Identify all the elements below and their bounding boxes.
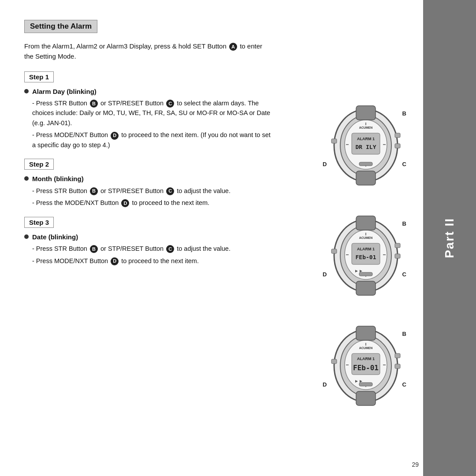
badge-d-2: D — [121, 199, 129, 207]
badge-b-1: B — [90, 100, 98, 108]
badge-c-1: C — [166, 100, 174, 108]
svg-text:FEb-01: FEb-01 — [353, 364, 379, 372]
intro-text: From the Alarm1, Alarm2 or Alarm3 Displa… — [24, 41, 271, 62]
step-1-sub-2: - Press MODE/NXT Button D to proceed to … — [32, 130, 271, 150]
page-number: 29 — [412, 461, 419, 468]
intro-line1: From the Alarm1, Alarm2 or Alarm3 Displa… — [24, 42, 227, 50]
step-1-label: Step 1 — [24, 71, 54, 82]
svg-text:ALARM 1: ALARM 1 — [357, 357, 375, 361]
badge-b-2: B — [90, 187, 98, 195]
bullet-dot — [24, 89, 29, 93]
watch2-btn-d: D — [323, 271, 327, 278]
svg-rect-16 — [359, 162, 372, 166]
svg-rect-31 — [395, 243, 400, 248]
step-2-bullet: Month (blinking) — [24, 174, 271, 184]
svg-text:DR ILY: DR ILY — [356, 144, 376, 150]
watch1-btn-d: D — [323, 161, 327, 167]
svg-rect-28 — [356, 216, 376, 230]
svg-rect-49 — [395, 353, 400, 358]
svg-text:ALARM 1: ALARM 1 — [357, 137, 375, 141]
watch3-btn-c: C — [402, 381, 406, 388]
watch-1-svg: ACUMEN ALARM 1 DR ILY — [322, 97, 410, 194]
watch-2-svg: ACUMEN ALARM 1 FEb-01 ►► — [322, 207, 410, 304]
svg-text:ALARM 1: ALARM 1 — [357, 247, 375, 251]
svg-rect-29 — [356, 281, 376, 295]
badge-c-3: C — [166, 245, 174, 253]
step-2-content: Month (blinking) - Press STR Button B or… — [24, 174, 271, 208]
watch-1: B C D ACUMEN ALARM 1 DR ILY — [322, 97, 410, 194]
svg-text:ACUMEN: ACUMEN — [359, 346, 373, 350]
svg-rect-12 — [356, 171, 376, 185]
watch-2: B C D ACUMEN ALARM 1 FEb-01 ►► — [322, 207, 410, 304]
watch3-btn-d: D — [323, 381, 327, 388]
svg-rect-11 — [356, 106, 376, 120]
watch2-btn-c: C — [402, 271, 406, 278]
step-2-sub-2: - Press the MODE/NXT Button D to proceed… — [32, 198, 271, 208]
step-2-sub-1: - Press STR Button B or STP/RESET Button… — [32, 186, 271, 196]
svg-rect-50 — [395, 364, 400, 368]
step-3-content: Date (blinking) - Press STR Button B or … — [24, 232, 271, 266]
watches-area: B C D ACUMEN ALARM 1 DR ILY — [322, 97, 419, 414]
step-3-sub-2: - Press MODE/NXT Button D to proceed to … — [32, 256, 271, 266]
watch1-btn-b: B — [402, 110, 406, 117]
step-1-sub-1: - Press STR Button B or STP/RESET Button… — [32, 98, 271, 128]
svg-rect-13 — [331, 139, 337, 143]
svg-rect-30 — [331, 249, 337, 253]
svg-rect-47 — [356, 391, 376, 405]
step-3-bullet: Date (blinking) — [24, 232, 271, 242]
badge-d-3: D — [111, 257, 119, 265]
svg-rect-15 — [395, 144, 400, 148]
step-2-label: Step 2 — [24, 159, 54, 170]
watch2-btn-b: B — [402, 220, 406, 227]
badge-b-3: B — [90, 245, 98, 253]
svg-rect-32 — [395, 254, 400, 258]
watch3-btn-b: B — [402, 331, 406, 337]
step-2-bullet-text: Month (blinking) — [32, 174, 84, 184]
step-3-sub-1: - Press STR Button B or STP/RESET Button… — [32, 244, 271, 253]
svg-rect-34 — [359, 272, 372, 276]
badge-c-2: C — [166, 187, 174, 195]
part-label: Part II — [443, 218, 457, 258]
svg-text:FEb-01: FEb-01 — [356, 254, 376, 260]
step-1-sub-items: - Press STR Button B or STP/RESET Button… — [32, 98, 271, 150]
section-title: Setting the Alarm — [24, 20, 97, 33]
step-1-bullet: Alarm Day (blinking) — [24, 87, 271, 97]
badge-d-1: D — [111, 132, 119, 140]
bullet-dot-3 — [24, 234, 29, 239]
svg-rect-14 — [395, 133, 400, 138]
watch1-btn-c: C — [402, 161, 406, 167]
watch-3: B C D ACUMEN ALARM 1 FEb-01 ►► — [322, 317, 410, 414]
svg-rect-46 — [356, 326, 376, 340]
bullet-dot-2 — [24, 176, 29, 181]
badge-a: A — [229, 43, 237, 51]
svg-text:ACUMEN: ACUMEN — [359, 236, 373, 239]
right-panel: Part II — [423, 0, 476, 476]
step-2-sub-items: - Press STR Button B or STP/RESET Button… — [32, 186, 271, 208]
step-3-label: Step 3 — [24, 217, 54, 228]
step-1-content: Alarm Day (blinking) - Press STR Button … — [24, 87, 271, 150]
watch-3-svg: ACUMEN ALARM 1 FEb-01 ►► — [322, 317, 410, 414]
step-3-sub-items: - Press STR Button B or STP/RESET Button… — [32, 244, 271, 266]
svg-text:ACUMEN: ACUMEN — [359, 126, 373, 129]
step-3-bullet-text: Date (blinking) — [32, 232, 78, 242]
step-1-bullet-text: Alarm Day (blinking) — [32, 87, 97, 97]
svg-rect-48 — [331, 359, 337, 364]
svg-rect-52 — [359, 383, 372, 386]
